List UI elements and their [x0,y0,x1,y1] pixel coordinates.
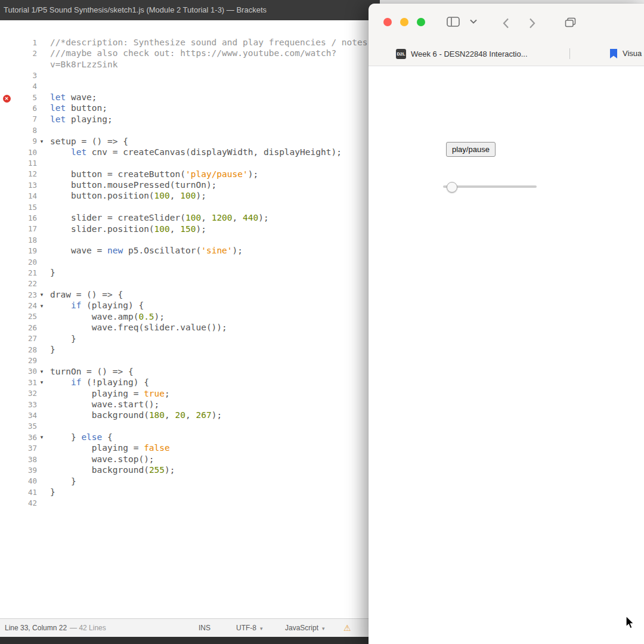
code-line[interactable]: 42 [0,497,380,508]
tab-overview-icon [565,17,576,27]
code-line[interactable]: ✕5let wave; [0,92,380,103]
code-line[interactable]: 29 [0,355,380,366]
line-number: 29 [13,356,37,365]
code-line[interactable]: 35 [0,421,380,432]
zoom-button[interactable] [417,18,425,26]
code-line[interactable]: 22 [0,278,380,289]
brackets-window: Tutorial 1/P5 Sound Synthesis/sketch1.js… [0,0,380,644]
line-number: 42 [13,499,37,507]
fold-arrow-icon[interactable]: ▾ [41,434,44,440]
tab-visual[interactable] [609,49,618,61]
code-line[interactable]: 24▾ if (playing) { [0,300,380,311]
browser-window: D2L Week 6 - DESN22848 Interactio... Vis… [369,4,644,644]
line-number: 13 [13,181,37,190]
tab-separator [569,48,570,59]
fold-arrow-icon[interactable]: ▾ [41,379,44,385]
line-number: 22 [13,279,37,288]
code-line[interactable]: 34 background(180, 20, 267); [0,410,380,420]
code-line[interactable]: 11 [0,157,380,168]
code-line-text: let wave; [50,92,97,103]
tab-bar: D2L Week 6 - DESN22848 Interactio... Vis… [369,42,644,66]
code-line[interactable]: 36▾ } else { [0,432,380,442]
code-editor[interactable]: 1//*description: Synthesize sound and pl… [0,20,380,619]
window-titlebar[interactable]: Tutorial 1/P5 Sound Synthesis/sketch1.js… [0,0,380,20]
fold-arrow-icon[interactable]: ▾ [41,292,44,298]
code-line-text: slider = createSlider(100, 1200, 440); [50,212,269,223]
code-line-text: let button; [50,103,107,113]
close-button[interactable] [383,18,392,26]
code-line[interactable]: 4 [0,81,380,92]
line-number: 2 [13,49,37,58]
code-line[interactable]: 7let playing; [0,114,380,125]
code-line[interactable]: 13 button.mousePressed(turnOn); [0,179,380,190]
chevron-left-icon [503,18,509,29]
sidebar-chevron-button[interactable] [470,19,477,24]
code-line[interactable]: 28} [0,344,380,355]
code-line[interactable]: 38 wave.stop(); [0,454,380,465]
code-line[interactable]: 15 [0,202,380,212]
fold-arrow-icon[interactable]: ▾ [41,369,44,374]
line-number: 26 [13,323,37,332]
line-number: 39 [13,466,37,475]
code-line[interactable]: 12 button = createButton('play/pause'); [0,169,380,179]
code-line[interactable]: 37 playing = false [0,442,380,453]
back-button[interactable] [503,18,509,29]
code-line[interactable]: 6let button; [0,103,380,113]
code-rows: 1//*description: Synthesize sound and pl… [0,37,380,509]
code-line[interactable]: 8 [0,125,380,135]
error-marker-icon[interactable]: ✕ [3,95,11,103]
code-line[interactable]: 19 wave = new p5.Oscillator('sine'); [0,245,380,256]
line-number: 28 [13,345,37,354]
code-line[interactable]: 2///maybe also check out: https://www.yo… [0,48,380,58]
code-line[interactable]: 16 slider = createSlider(100, 1200, 440)… [0,212,380,223]
code-line[interactable]: 18 [0,234,380,245]
line-number: 30 [13,367,37,376]
encoding-selector[interactable]: UTF-8▾ [236,619,263,637]
insert-mode-button[interactable]: INS [199,619,210,637]
code-line[interactable]: 9▾setup = () => { [0,136,380,147]
code-line[interactable]: 3 [0,70,380,80]
cursor-arrow-icon [624,615,637,630]
code-line[interactable]: 20 [0,256,380,267]
tab-overview-button[interactable] [565,17,576,27]
tab-title[interactable]: Visua [623,42,642,66]
code-line[interactable]: 39 background(255); [0,465,380,475]
code-line[interactable]: v=Bk8rLzzSink [0,59,380,70]
minimize-button[interactable] [400,18,408,26]
frequency-slider[interactable] [443,181,537,193]
sidebar-toggle-button[interactable] [447,17,460,27]
editor-statusbar: Line 33, Column 22— 42 Lines INS UTF-8▾ … [0,618,380,637]
code-line[interactable]: 27 } [0,333,380,344]
chevron-down-icon: ▾ [260,626,263,631]
code-line[interactable]: 41} [0,487,380,497]
code-line[interactable]: 40 } [0,476,380,487]
code-line[interactable]: 26 wave.freq(slider.value()); [0,322,380,333]
fold-arrow-icon[interactable]: ▾ [41,138,44,144]
code-line[interactable]: 1//*description: Synthesize sound and pl… [0,37,380,48]
cursor-position-label: Line 33, Column 22— 42 Lines [5,619,106,637]
code-line[interactable]: 21} [0,267,380,278]
code-line[interactable]: 10 let cnv = createCanvas(displayWidth, … [0,147,380,157]
lint-warning-icon[interactable]: ⚠ [343,619,351,637]
language-selector[interactable]: JavaScript▾ [285,619,325,637]
code-line-text: } [50,267,55,278]
tab-title: Week 6 - DESN22848 Interactio... [411,49,528,58]
code-line[interactable]: 17 slider.position(100, 150); [0,224,380,234]
slider-thumb[interactable] [447,182,457,193]
play-pause-button[interactable]: play/pause [446,142,496,157]
code-line[interactable]: 23▾draw = () => { [0,289,380,300]
line-number: 36 [13,433,37,442]
code-line[interactable]: 14 button.position(100, 100); [0,190,380,201]
line-number: 5 [13,93,37,102]
code-line-text: let cnv = createCanvas(displayWidth, dis… [50,147,342,157]
line-number: 11 [13,159,37,168]
code-line[interactable]: 31▾ if (!playing) { [0,377,380,388]
forward-button[interactable] [529,18,535,29]
fold-arrow-icon[interactable]: ▾ [41,303,44,309]
code-line[interactable]: 25 wave.amp(0.5); [0,311,380,322]
tab-week6[interactable]: D2L Week 6 - DESN22848 Interactio... [376,42,569,66]
code-line[interactable]: 30▾turnOn = () => { [0,366,380,377]
code-line-text: button.position(100, 100); [50,190,206,201]
code-line[interactable]: 32 playing = true; [0,388,380,399]
code-line[interactable]: 33 wave.start(); [0,399,380,410]
